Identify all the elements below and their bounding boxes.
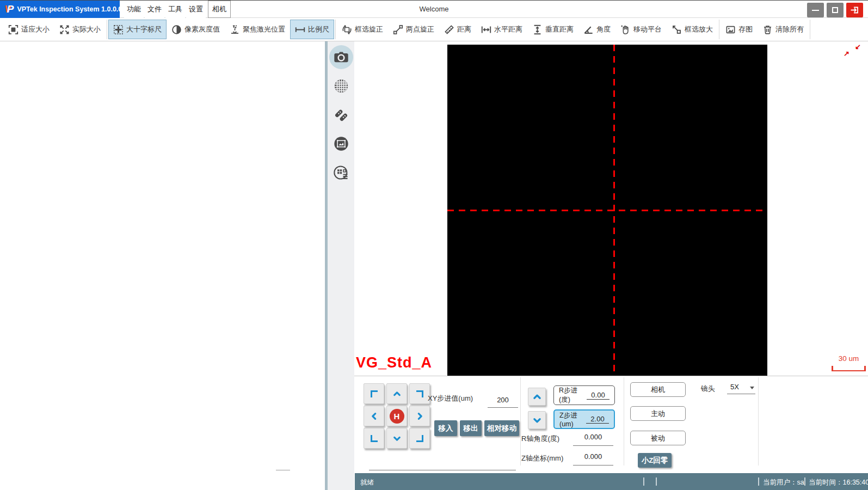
sidebar-measure-tool[interactable] <box>329 103 353 127</box>
home-icon: H <box>390 409 404 424</box>
tool-save-image[interactable]: 存图 <box>721 20 758 39</box>
chevron-down-icon <box>392 434 402 443</box>
vptek-logo-icon: VP <box>4 3 13 15</box>
z-home-button[interactable]: 小Z回零 <box>638 453 672 468</box>
menu-tools[interactable]: 工具 <box>165 1 185 18</box>
tool-label: 两点旋正 <box>406 24 434 34</box>
lens-label: 镜头 <box>701 384 715 394</box>
minimize-button[interactable] <box>807 3 824 17</box>
status-ready-text: 就绪 <box>360 478 374 487</box>
sidebar-wafer-map-list-tool[interactable] <box>329 161 353 185</box>
tool-pixel-gray-value[interactable]: 像素灰度值 <box>167 20 225 39</box>
xy-step-input[interactable]: 200 <box>488 396 518 408</box>
brand: VP VPTek Inspection System 1.0.0.0 <box>0 1 120 18</box>
sidebar-camera-tool[interactable] <box>329 45 353 69</box>
z-coord-label: Z轴坐标(mm) <box>521 454 563 463</box>
tool-label: 比例尺 <box>308 24 329 34</box>
jog-home-button[interactable]: H <box>386 406 407 426</box>
tool-angle[interactable]: 角度 <box>578 20 615 39</box>
menu-settings[interactable]: 设置 <box>186 1 206 18</box>
tool-label: 清除所有 <box>775 24 804 34</box>
tool-label: 框选放大 <box>685 24 713 34</box>
jog-down-left-button[interactable] <box>364 428 384 449</box>
relative-move-button[interactable]: 相对移动 <box>484 420 519 436</box>
tool-horizontal-distance[interactable]: 水平距离 <box>476 20 527 39</box>
focus-laser-icon <box>230 24 240 35</box>
tool-big-crosshair[interactable]: 大十字标尺 <box>108 20 167 39</box>
tool-label: 适应大小 <box>21 24 50 34</box>
box-rotate-icon <box>342 24 352 35</box>
tool-label: 像素灰度值 <box>184 24 220 34</box>
chevron-down-icon <box>532 415 542 425</box>
tool-label: 大十字标尺 <box>126 24 162 34</box>
tool-box-rotate-correct[interactable]: 框选旋正 <box>337 20 388 39</box>
jog-right-button[interactable] <box>409 406 430 426</box>
z-step-field[interactable]: Z步进(um) 2.00 <box>553 409 615 429</box>
left-panel <box>0 41 325 490</box>
z-coord-input[interactable]: 0.000 <box>573 452 613 465</box>
camera-view[interactable] <box>447 45 767 376</box>
r-step-field[interactable]: R步进(度) 0.00 <box>553 385 615 405</box>
collapse-view-button[interactable]: ↙ ↗ <box>844 44 861 57</box>
tool-two-point-rotate[interactable]: 两点旋正 <box>388 20 439 39</box>
corner-up-left-icon <box>371 390 378 397</box>
r-step-value[interactable]: 0.00 <box>587 391 610 400</box>
jog-left-button[interactable] <box>364 406 384 426</box>
jog-down-right-button[interactable] <box>409 428 430 449</box>
vertical-distance-icon <box>532 24 543 35</box>
tool-move-stage[interactable]: 移动平台 <box>615 20 667 39</box>
tool-focus-laser-position[interactable]: 聚焦激光位置 <box>225 20 290 39</box>
exit-icon <box>850 6 859 14</box>
panel-separator <box>624 377 624 465</box>
tool-label: 实际大小 <box>72 24 101 34</box>
tool-clear-all[interactable]: 清除所有 <box>758 20 809 39</box>
jog-down-button[interactable] <box>386 428 407 449</box>
menu-file[interactable]: 文件 <box>145 1 164 18</box>
tool-label: 垂直距离 <box>545 24 574 34</box>
exit-button[interactable] <box>846 3 863 17</box>
jog-up-button[interactable] <box>386 383 407 404</box>
position-input[interactable] <box>369 458 516 470</box>
panel-separator <box>758 377 759 465</box>
crosshair-horizontal-line <box>447 210 767 211</box>
maximize-button[interactable] <box>827 3 844 17</box>
tool-label: 存图 <box>738 24 753 34</box>
lens-select[interactable]: 5X <box>727 382 755 394</box>
sidebar-image-frame-tool[interactable] <box>329 132 353 156</box>
active-mode-button[interactable]: 主动 <box>630 406 686 421</box>
r-step-up-button[interactable] <box>528 388 546 406</box>
move-out-button[interactable]: 移出 <box>460 420 482 436</box>
corner-down-right-icon <box>416 435 423 442</box>
tool-vertical-distance[interactable]: 垂直距离 <box>527 20 578 39</box>
tool-label: 距离 <box>457 24 471 34</box>
move-in-button[interactable]: 移入 <box>434 420 457 436</box>
jog-up-left-button[interactable] <box>364 383 384 404</box>
tool-box-zoom[interactable]: 框选放大 <box>667 20 718 39</box>
jog-up-right-button[interactable] <box>409 383 430 404</box>
r-angle-input[interactable]: 0.000 <box>573 433 613 446</box>
save-image-icon <box>725 24 736 35</box>
tool-label: 角度 <box>596 24 611 34</box>
scale-bar-icon <box>295 24 305 35</box>
actual-size-icon <box>59 24 70 35</box>
tool-actual-size[interactable]: 实际大小 <box>54 20 106 39</box>
title-bar: Welcome VP VPTek Inspection System 1.0.0… <box>0 1 868 18</box>
xy-step-label: XY步进值(um) <box>428 394 473 403</box>
tool-scale-bar[interactable]: 比例尺 <box>290 20 334 39</box>
tool-fit-size[interactable]: 适应大小 <box>3 20 54 39</box>
camera-mode-button[interactable]: 相机 <box>630 382 686 397</box>
menu-function[interactable]: 功能 <box>124 1 144 18</box>
current-time-text: 当前时间：16:35:40 <box>809 478 868 487</box>
menu-camera[interactable]: 相机 <box>208 1 231 18</box>
tool-distance[interactable]: 距离 <box>439 20 476 39</box>
collapse-arrow-icon: ↙ <box>855 42 861 51</box>
z-step-value[interactable]: 2.00 <box>586 415 609 424</box>
r-step-label: R步进(度) <box>559 386 587 405</box>
camera-icon <box>333 49 349 65</box>
camera-sidebar <box>328 41 354 490</box>
z-step-down-button[interactable] <box>528 411 546 429</box>
sidebar-wafer-grid-tool[interactable] <box>329 74 353 98</box>
passive-mode-button[interactable]: 被动 <box>630 431 686 445</box>
maximize-icon <box>832 7 838 13</box>
control-panel-divider <box>354 376 868 376</box>
